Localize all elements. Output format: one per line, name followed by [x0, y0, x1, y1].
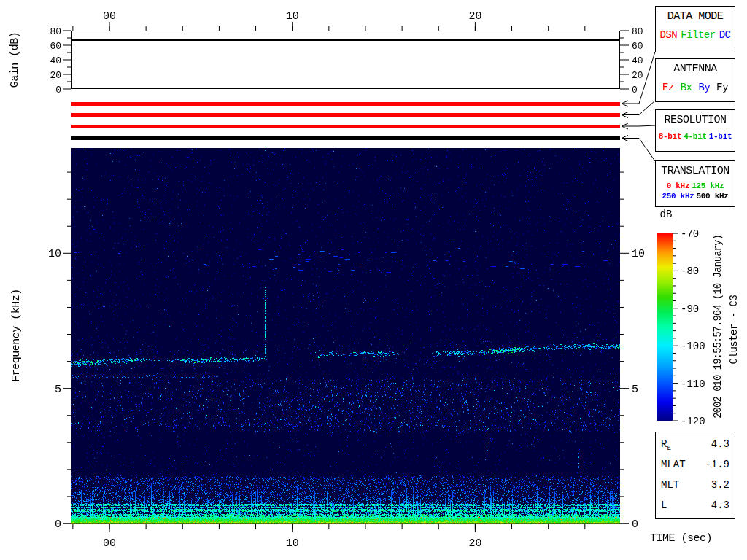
colorbar-tick-label: -110 [681, 378, 705, 390]
gain-tick-label-left: 20 [50, 70, 61, 81]
time-tick-label-bottom: 20 [468, 537, 481, 550]
option-filter: Filter [681, 29, 715, 41]
status-bar-antenna [71, 113, 620, 117]
time-tick-label-bottom: 00 [103, 537, 116, 550]
orbit-info-table: RE 4.3 MLAT -1.9 MLT 3.2 L 4.3 [655, 432, 735, 519]
status-bar-resolution [71, 125, 620, 128]
connector-resolution [639, 125, 655, 126]
arrowhead [622, 123, 628, 126]
option-by: By [699, 82, 711, 93]
panel-antenna-title: ANTENNA [656, 63, 735, 75]
option-125khz: 125 kHz [692, 182, 724, 190]
time-tick-label-bottom: 10 [286, 537, 299, 550]
freq-tick-label-left: 10 [48, 248, 61, 260]
connector-data-mode [639, 52, 655, 104]
frequency-axis-title: Frequency (kHz) [10, 289, 23, 382]
status-bar-translation [71, 136, 620, 140]
arrowhead [622, 112, 628, 115]
freq-tick-label-left: 5 [55, 384, 61, 396]
option-250khz: 250 kHz [662, 192, 694, 201]
colorbar [657, 233, 673, 421]
colorbar-tick-label: -120 [681, 416, 705, 427]
freq-tick-label-right: 0 [632, 518, 638, 531]
time-axis-title: TIME (sec) [650, 532, 712, 545]
row-label: MLAT [661, 459, 686, 470]
option-dsn: DSN [660, 29, 678, 41]
panel-antenna: ANTENNA Ez Bx By Ey [655, 58, 735, 102]
time-tick-label-top: 00 [103, 10, 116, 23]
arrowhead [622, 136, 628, 139]
gain-tick-label-right: 0 [632, 85, 638, 96]
connector-antenna [639, 101, 655, 115]
option-500khz: 500 kHz [697, 192, 729, 201]
colorbar-tick-label: -70 [681, 228, 699, 240]
panel-resolution-title: RESOLUTION [656, 114, 735, 126]
row-value: 4.3 [711, 499, 729, 511]
gain-tick-label-right: 40 [632, 55, 643, 66]
option-dc: DC [719, 29, 731, 41]
timestamp-vertical-text: 2002 010 19:55:57.964 (10 January) [712, 235, 724, 419]
gain-tick-label-right: 60 [632, 41, 643, 52]
arrowhead [622, 115, 628, 118]
row-label: RE [661, 438, 671, 452]
gain-tick-label-left: 60 [50, 41, 61, 52]
option-4bit: 4-bit [684, 132, 707, 141]
option-8bit: 8-bit [659, 132, 682, 141]
option-ez: Ez [662, 82, 674, 93]
arrowhead [622, 139, 628, 141]
gain-tick-label-left: 80 [50, 26, 61, 37]
row-label: L [661, 499, 667, 511]
gain-tick-label-left: 0 [55, 85, 61, 96]
option-0khz: 0 kHz [667, 182, 690, 190]
gain-tick-label-right: 20 [632, 70, 643, 81]
row-value: -1.9 [705, 459, 729, 470]
panel-data-mode-title: DATA MODE [656, 10, 735, 23]
option-bx: Bx [681, 82, 692, 93]
colorbar-tick-label: -80 [681, 265, 699, 277]
table-row: MLT 3.2 [661, 479, 729, 499]
row-label: MLT [661, 479, 679, 491]
row-value: 4.3 [711, 438, 729, 450]
freq-tick-label-right: 10 [632, 248, 645, 260]
spacecraft-vertical-text: Cluster - C3 [728, 295, 740, 365]
plot-window: 00001010202000202040406060808000551010-7… [0, 0, 747, 560]
spectrogram-canvas [71, 148, 620, 524]
gain-tick-label-right: 80 [632, 26, 643, 37]
freq-tick-label-left: 0 [55, 518, 61, 531]
option-1bit: 1-bit [709, 132, 732, 141]
table-row: L 4.3 [661, 499, 729, 520]
panel-translation: TRANSLATION 0 kHz 125 kHz 250 kHz 500 kH… [655, 160, 735, 207]
gain-plot-frame [71, 31, 620, 89]
table-row: MLAT -1.9 [661, 459, 729, 479]
arrowhead [622, 104, 628, 106]
time-tick-label-top: 20 [468, 10, 481, 23]
panel-translation-title: TRANSLATION [656, 165, 735, 177]
gain-tick-label-left: 40 [50, 55, 61, 66]
freq-tick-label-right: 5 [632, 384, 638, 396]
option-ey: Ey [716, 82, 728, 93]
connector-translation [639, 139, 655, 162]
arrowhead [622, 126, 628, 129]
panel-data-mode: DATA MODE DSN Filter DC [655, 6, 735, 52]
gain-axis-title: Gain (dB) [9, 32, 21, 88]
colorbar-unit-label: dB [655, 209, 677, 220]
colorbar-tick-label: -90 [681, 303, 699, 315]
table-row: RE 4.3 [661, 438, 729, 459]
status-bar-data-mode [71, 102, 620, 106]
colorbar-tick-label: -100 [681, 341, 705, 352]
panel-resolution: RESOLUTION 8-bit 4-bit 1-bit [655, 109, 735, 152]
arrowhead [622, 101, 628, 104]
row-value: 3.2 [711, 479, 729, 491]
time-tick-label-top: 10 [286, 10, 299, 23]
